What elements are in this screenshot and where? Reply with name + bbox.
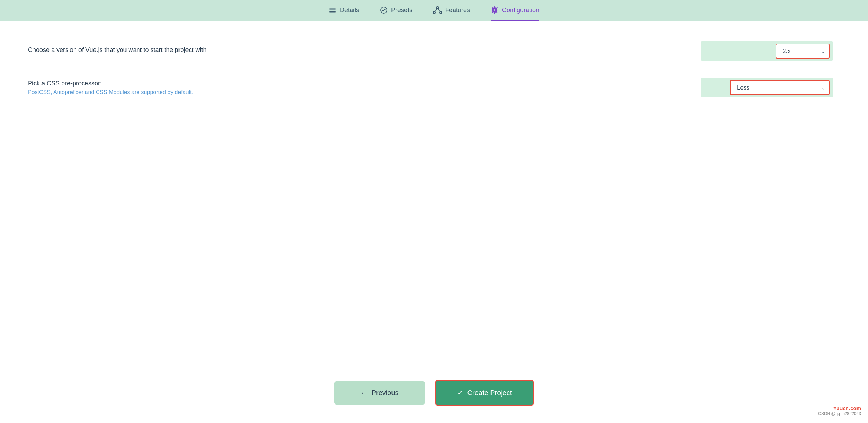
- svg-point-4: [436, 7, 439, 9]
- vue-version-main-label: Choose a version of Vue.js that you want…: [28, 46, 701, 54]
- create-check-icon: ✓: [457, 389, 463, 397]
- tab-features[interactable]: Features: [433, 6, 470, 21]
- css-preprocessor-row: Pick a CSS pre-processor: PostCSS, Autop…: [28, 78, 840, 97]
- svg-rect-2: [329, 11, 336, 13]
- tab-configuration[interactable]: Configuration: [491, 6, 539, 21]
- tab-presets[interactable]: Presets: [380, 6, 412, 21]
- vue-version-select-wrapper: 2.x 3.x ⌄: [701, 41, 833, 61]
- bottom-actions: ← Previous ✓ Create Project: [0, 366, 868, 423]
- css-preprocessor-sub-label: PostCSS, Autoprefixer and CSS Modules ar…: [28, 89, 701, 95]
- tab-presets-label: Presets: [391, 7, 412, 14]
- previous-arrow-icon: ←: [360, 389, 367, 397]
- css-preprocessor-select-container: Less Sass/SCSS (with dart-sass) Sass/SCS…: [730, 80, 830, 95]
- create-project-button[interactable]: ✓ Create Project: [435, 380, 534, 406]
- svg-point-3: [381, 7, 387, 13]
- svg-rect-1: [329, 10, 336, 11]
- menu-icon: [329, 6, 336, 14]
- create-label: Create Project: [467, 389, 512, 397]
- tab-configuration-label: Configuration: [502, 7, 539, 14]
- svg-point-6: [440, 11, 442, 14]
- vue-version-select[interactable]: 2.x 3.x: [776, 44, 830, 59]
- vue-version-select-container: 2.x 3.x ⌄: [776, 44, 830, 59]
- check-circle-icon: [380, 6, 388, 14]
- svg-point-5: [433, 11, 435, 14]
- node-icon: [433, 6, 442, 14]
- css-preprocessor-select-wrapper: Less Sass/SCSS (with dart-sass) Sass/SCS…: [701, 78, 833, 97]
- svg-rect-0: [329, 8, 336, 9]
- previous-button[interactable]: ← Previous: [334, 381, 425, 405]
- svg-point-9: [494, 9, 496, 11]
- gear-icon: [491, 6, 498, 14]
- svg-line-7: [434, 9, 437, 11]
- vue-version-label: Choose a version of Vue.js that you want…: [28, 46, 701, 56]
- svg-line-8: [437, 9, 441, 11]
- css-preprocessor-label: Pick a CSS pre-processor: PostCSS, Autop…: [28, 80, 701, 95]
- main-content: Choose a version of Vue.js that you want…: [0, 21, 868, 366]
- top-navigation: Details Presets Features: [0, 0, 868, 21]
- watermark: Yuucn.com CSDN @qq_52822043: [818, 405, 861, 416]
- watermark-site: Yuucn.com: [818, 405, 861, 411]
- css-preprocessor-main-label: Pick a CSS pre-processor:: [28, 80, 701, 87]
- tab-details-label: Details: [340, 7, 359, 14]
- tab-details[interactable]: Details: [329, 6, 359, 21]
- tab-features-label: Features: [445, 7, 470, 14]
- css-preprocessor-select[interactable]: Less Sass/SCSS (with dart-sass) Sass/SCS…: [730, 80, 830, 95]
- previous-label: Previous: [372, 389, 399, 397]
- vue-version-row: Choose a version of Vue.js that you want…: [28, 41, 840, 61]
- watermark-author: CSDN @qq_52822043: [818, 411, 861, 416]
